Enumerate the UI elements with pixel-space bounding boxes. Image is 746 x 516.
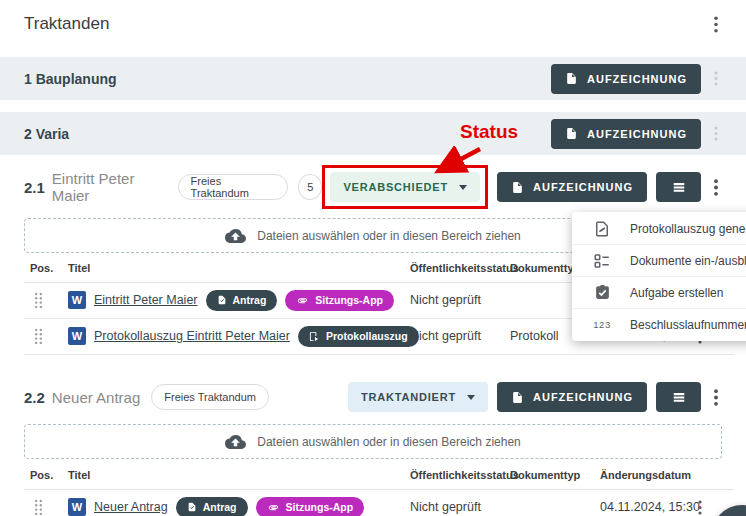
document-icon	[565, 71, 578, 86]
section-row-varia: 2 Varia AUFZEICHNUNG	[0, 112, 746, 155]
menu-item-beschlusslaufnummer-bearbeiten[interactable]: 123 Beschlusslaufnummer bearbeiten	[572, 309, 746, 340]
status-annotation-label: Status	[460, 121, 518, 143]
aufzeichnung-label: AUFZEICHNUNG	[587, 73, 687, 85]
status-dropdown[interactable]: TRAKTANDIERT	[348, 382, 488, 412]
menu-item-dokumente-ein-ausblenden[interactable]: Dokumente ein-/ausblenden	[572, 245, 746, 277]
cloud-upload-icon	[225, 434, 246, 449]
item-context-menu: Protokollauszug generieren Dokumente ein…	[572, 212, 746, 341]
public-status-cell: Nicht geprüft	[410, 489, 481, 516]
aufzeichnung-button[interactable]: AUFZEICHNUNG	[497, 382, 647, 412]
document-export-icon	[309, 331, 320, 342]
menu-item-aufgabe-erstellen[interactable]: Aufgabe erstellen	[572, 277, 746, 309]
item-overflow-menu-button[interactable]	[710, 177, 722, 198]
doc-type-cell: Protokoll	[510, 318, 559, 354]
menu-item-label: Aufgabe erstellen	[630, 286, 723, 300]
section-title: 2 Varia	[24, 126, 69, 142]
aufzeichnung-label: AUFZEICHNUNG	[587, 128, 687, 140]
word-file-icon: W	[68, 327, 86, 345]
kebab-icon	[714, 16, 718, 33]
protocol-extract-generate-icon	[592, 220, 612, 238]
drag-dots-icon	[34, 328, 43, 345]
status-dropdown[interactable]: VERABSCHIEDET	[330, 172, 480, 202]
section-overflow-menu-button[interactable]	[710, 69, 722, 88]
document-icon	[511, 180, 524, 195]
document-link[interactable]: Eintritt Peter Maier	[94, 293, 198, 307]
kebab-icon	[714, 179, 718, 196]
section-overflow-menu-button[interactable]	[710, 124, 722, 143]
item-overflow-menu-button[interactable]	[710, 387, 722, 408]
kebab-icon	[714, 389, 718, 406]
drag-handle[interactable]	[34, 489, 43, 516]
col-pos: Pos.	[30, 262, 53, 274]
document-edit-icon	[187, 501, 197, 513]
status-value: VERABSCHIEDET	[343, 181, 448, 193]
task-create-icon	[592, 284, 612, 301]
table-row: W Neuer Antrag Antrag Sitzungs-App Nicht…	[24, 489, 734, 516]
documents-show-hide-icon	[592, 252, 612, 270]
drag-handle[interactable]	[34, 318, 43, 354]
col-dokumenttyp: Dokumenttyp	[510, 262, 580, 274]
item-number: 2.1	[24, 179, 45, 196]
agenda-item-header-2-1: 2.1 Eintritt Peter Maier Freies Traktand…	[24, 164, 722, 210]
aufzeichnung-button[interactable]: AUFZEICHNUNG	[497, 172, 647, 202]
section-title: 1 Bauplanung	[24, 71, 117, 87]
table-icon	[671, 390, 687, 404]
document-link[interactable]: Neuer Antrag	[94, 500, 168, 514]
kebab-icon	[714, 126, 718, 141]
documents-table-header: Pos. Titel Öffentlichkeitsstatus Dokumen…	[24, 463, 734, 490]
drag-dots-icon	[34, 292, 43, 309]
kebab-icon	[698, 500, 702, 515]
document-link[interactable]: Protokollauszug Eintritt Peter Maier	[94, 329, 290, 343]
chevron-down-icon	[459, 185, 467, 190]
page-overflow-menu-button[interactable]	[710, 14, 722, 35]
modified-date-cell: 04.11.2024, 15:30	[600, 489, 700, 516]
aufzeichnung-button[interactable]: AUFZEICHNUNG	[551, 64, 701, 94]
menu-item-label: Beschlusslaufnummer bearbeiten	[630, 318, 746, 332]
protokollauszug-badge: Protokollauszug	[298, 326, 419, 347]
col-dokumenttyp: Dokumenttyp	[510, 469, 580, 481]
aufzeichnung-label: AUFZEICHNUNG	[533, 391, 633, 403]
sitzungs-app-badge: Sitzungs-App	[285, 290, 394, 311]
public-status-cell: Nicht geprüft	[410, 318, 481, 354]
attachment-icon	[296, 295, 309, 306]
kebab-icon	[714, 71, 718, 86]
table-view-button[interactable]	[656, 382, 701, 412]
agenda-item-header-2-2: 2.2 Neuer Antrag Freies Traktandum TRAKT…	[24, 374, 722, 420]
col-pos: Pos.	[30, 469, 53, 481]
page-header: Traktanden	[0, 0, 746, 48]
col-oeffentlichkeitsstatus: Öffentlichkeitsstatus	[410, 469, 519, 481]
badge-label: Antrag	[233, 294, 267, 306]
word-file-icon: W	[68, 498, 86, 516]
traktanden-page: Traktanden 1 Bauplanung AUFZEICHNUNG 2 V…	[0, 0, 746, 516]
item-type-chip: Freies Traktandum	[151, 384, 269, 410]
col-aenderungsdatum: Änderungsdatum	[600, 469, 691, 481]
page-title: Traktanden	[24, 14, 109, 34]
menu-item-label: Dokumente ein-/ausblenden	[630, 254, 746, 268]
item-count-badge: 5	[298, 174, 322, 200]
chevron-down-icon	[467, 395, 475, 400]
badge-label: Antrag	[203, 501, 237, 513]
decision-number-icon: 123	[592, 319, 612, 330]
drag-handle[interactable]	[34, 282, 43, 318]
document-icon	[565, 126, 578, 141]
col-oeffentlichkeitsstatus: Öffentlichkeitsstatus	[410, 262, 519, 274]
menu-item-protokollauszug-generieren[interactable]: Protokollauszug generieren	[572, 213, 746, 245]
status-value: TRAKTANDIERT	[361, 391, 456, 403]
word-file-icon: W	[68, 291, 86, 309]
document-icon	[511, 390, 524, 405]
row-overflow-menu-button[interactable]	[694, 489, 706, 516]
file-dropzone[interactable]: Dateien auswählen oder in diesen Bereich…	[24, 424, 722, 459]
drag-dots-icon	[34, 499, 43, 516]
public-status-cell: Nicht geprüft	[410, 282, 481, 318]
document-edit-icon	[217, 294, 227, 306]
antrag-badge: Antrag	[206, 290, 278, 311]
item-title: Neuer Antrag	[52, 389, 140, 406]
section-row-bauplanung: 1 Bauplanung AUFZEICHNUNG	[0, 57, 746, 100]
aufzeichnung-label: AUFZEICHNUNG	[533, 181, 633, 193]
cloud-upload-icon	[225, 228, 246, 243]
menu-item-label: Protokollauszug generieren	[630, 222, 746, 236]
table-view-button[interactable]	[656, 172, 701, 202]
item-type-chip: Freies Traktandum	[178, 174, 289, 200]
dropzone-label: Dateien auswählen oder in diesen Bereich…	[257, 435, 521, 449]
aufzeichnung-button[interactable]: AUFZEICHNUNG	[551, 119, 701, 149]
